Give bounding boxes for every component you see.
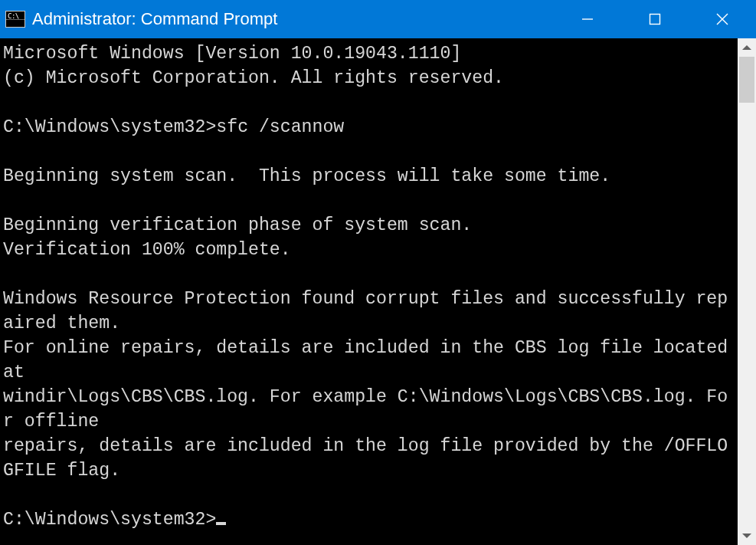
window-controls [554,0,756,38]
svg-rect-1 [650,15,660,25]
text-begin-scan: Beginning system scan. This process will… [3,166,610,186]
maximize-icon [648,12,662,26]
client-area: Microsoft Windows [Version 10.0.19043.11… [0,38,756,545]
command-prompt-window: Administrator: Command Prompt Microsoft [0,0,756,545]
title-bar[interactable]: Administrator: Command Prompt [0,0,756,38]
prompt-path: C:\Windows\system32> [3,510,216,530]
vertical-scrollbar[interactable] [738,38,756,545]
entered-command: sfc /scannow [216,117,344,137]
text-result: windir\Logs\CBS\CBS.log. For example C:\… [3,387,728,432]
maximize-button[interactable] [621,0,689,38]
minimize-icon [581,12,594,26]
close-button[interactable] [689,0,756,38]
text-begin-verify: Beginning verification phase of system s… [3,215,472,235]
scroll-up-button[interactable] [738,38,756,57]
scroll-down-button[interactable] [738,527,756,545]
prompt-path: C:\Windows\system32> [3,117,216,137]
text-result: repairs, details are included in the log… [3,436,728,481]
console-output[interactable]: Microsoft Windows [Version 10.0.19043.11… [0,38,738,545]
chevron-up-icon [742,45,751,50]
window-title: Administrator: Command Prompt [31,9,554,29]
text-cursor [216,522,226,525]
scrollbar-track[interactable] [738,57,756,527]
text-copyright: (c) Microsoft Corporation. All rights re… [3,68,504,88]
scrollbar-thumb[interactable] [739,57,754,103]
window-icon-wrap [0,0,31,38]
text-version: Microsoft Windows [Version 10.0.19043.11… [3,44,461,64]
chevron-down-icon [742,534,751,538]
text-verify-complete: Verification 100% complete. [3,240,291,260]
text-result: Windows Resource Protection found corrup… [3,289,728,333]
minimize-button[interactable] [554,0,621,38]
cmd-prompt-icon [5,11,25,28]
close-icon [715,11,730,27]
text-result: For online repairs, details are included… [3,338,738,382]
